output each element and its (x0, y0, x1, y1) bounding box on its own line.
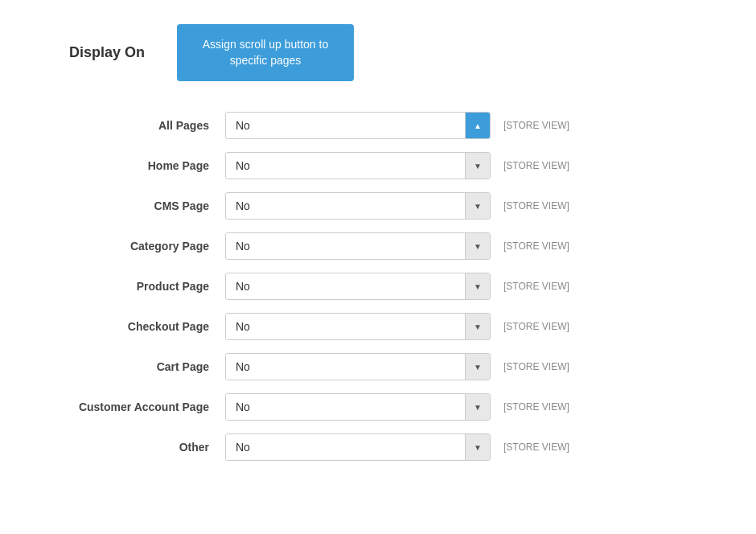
chevron-icon-product-page: ▼ (474, 282, 482, 291)
form-row-category-page: Category PageNoYes▼[STORE VIEW] (48, 226, 708, 266)
label-checkout-page: Checkout Page (48, 320, 225, 333)
select-product-page[interactable]: NoYes (226, 273, 465, 299)
select-wrapper-customer-account-page: NoYes▼ (225, 393, 491, 421)
select-wrapper-all-pages: NoYes▲ (225, 112, 491, 139)
label-cart-page: Cart Page (48, 360, 225, 373)
form-row-all-pages: All PagesNoYes▲[STORE VIEW] (48, 105, 708, 146)
label-category-page: Category Page (48, 240, 225, 253)
select-cart-page[interactable]: NoYes (226, 354, 465, 380)
select-wrapper-category-page: NoYes▼ (225, 232, 491, 260)
select-wrapper-home-page: NoYes▼ (225, 152, 491, 179)
select-cms-page[interactable]: NoYes (226, 193, 465, 219)
form-row-product-page: Product PageNoYes▼[STORE VIEW] (48, 266, 708, 306)
store-view-customer-account-page: [STORE VIEW] (503, 401, 569, 413)
label-other: Other (48, 441, 225, 454)
label-all-pages: All Pages (48, 119, 225, 132)
select-other[interactable]: NoYes (226, 434, 465, 460)
form-row-cms-page: CMS PageNoYes▼[STORE VIEW] (48, 186, 708, 226)
chevron-btn-all-pages[interactable]: ▲ (465, 113, 490, 138)
select-category-page[interactable]: NoYes (226, 233, 465, 259)
chevron-btn-category-page[interactable]: ▼ (465, 233, 490, 259)
header-section: Display On Assign scroll up button to sp… (48, 24, 708, 81)
chevron-icon-other: ▼ (474, 443, 482, 452)
chevron-btn-home-page[interactable]: ▼ (465, 153, 490, 179)
store-view-checkout-page: [STORE VIEW] (503, 321, 569, 332)
chevron-icon-cart-page: ▼ (474, 363, 482, 372)
form-rows: All PagesNoYes▲[STORE VIEW]Home PageNoYe… (48, 105, 708, 467)
page-container: Display On Assign scroll up button to sp… (0, 0, 756, 534)
store-view-all-pages: [STORE VIEW] (503, 120, 569, 131)
form-row-cart-page: Cart PageNoYes▼[STORE VIEW] (48, 347, 708, 387)
store-view-cart-page: [STORE VIEW] (503, 361, 569, 372)
form-row-home-page: Home PageNoYes▼[STORE VIEW] (48, 146, 708, 186)
assign-button-line2: specific pages (230, 54, 302, 67)
store-view-other: [STORE VIEW] (503, 442, 569, 453)
chevron-icon-all-pages: ▲ (474, 121, 482, 130)
chevron-btn-customer-account-page[interactable]: ▼ (465, 394, 490, 420)
store-view-cms-page: [STORE VIEW] (503, 200, 569, 212)
assign-button[interactable]: Assign scroll up button to specific page… (177, 24, 354, 81)
assign-button-line1: Assign scroll up button to (203, 38, 328, 51)
label-cms-page: CMS Page (48, 199, 225, 212)
form-row-customer-account-page: Customer Account PageNoYes▼[STORE VIEW] (48, 387, 708, 427)
chevron-btn-product-page[interactable]: ▼ (465, 273, 490, 299)
label-home-page: Home Page (48, 159, 225, 172)
chevron-icon-home-page: ▼ (474, 162, 482, 170)
select-home-page[interactable]: NoYes (226, 153, 465, 179)
select-checkout-page[interactable]: NoYes (226, 314, 465, 339)
store-view-home-page: [STORE VIEW] (503, 160, 569, 171)
select-wrapper-checkout-page: NoYes▼ (225, 313, 491, 340)
display-on-label: Display On (48, 44, 145, 61)
form-row-other: OtherNoYes▼[STORE VIEW] (48, 427, 708, 467)
chevron-btn-other[interactable]: ▼ (465, 434, 490, 460)
select-wrapper-cart-page: NoYes▼ (225, 353, 491, 380)
select-wrapper-cms-page: NoYes▼ (225, 192, 491, 220)
chevron-icon-cms-page: ▼ (474, 202, 482, 211)
chevron-btn-checkout-page[interactable]: ▼ (465, 314, 490, 339)
store-view-category-page: [STORE VIEW] (503, 240, 569, 252)
select-all-pages[interactable]: NoYes (226, 113, 465, 138)
chevron-btn-cart-page[interactable]: ▼ (465, 354, 490, 380)
store-view-product-page: [STORE VIEW] (503, 281, 569, 292)
select-wrapper-other: NoYes▼ (225, 433, 491, 461)
chevron-icon-category-page: ▼ (474, 242, 482, 251)
select-wrapper-product-page: NoYes▼ (225, 273, 491, 300)
label-product-page: Product Page (48, 280, 225, 293)
select-customer-account-page[interactable]: NoYes (226, 394, 465, 420)
label-customer-account-page: Customer Account Page (48, 400, 225, 413)
chevron-btn-cms-page[interactable]: ▼ (465, 193, 490, 219)
chevron-icon-customer-account-page: ▼ (474, 403, 482, 412)
form-row-checkout-page: Checkout PageNoYes▼[STORE VIEW] (48, 306, 708, 347)
chevron-icon-checkout-page: ▼ (474, 322, 482, 331)
